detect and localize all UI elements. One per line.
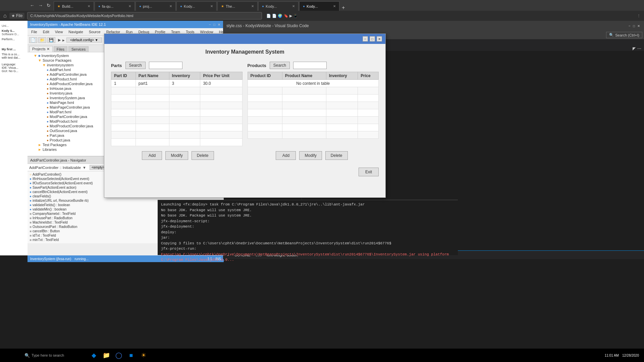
- exit-button[interactable]: Exit: [359, 168, 379, 176]
- parts-table: Part ID Part Name Inventory Price Per Un…: [111, 72, 243, 146]
- table-row[interactable]: [248, 95, 379, 102]
- netbeans-close-btn[interactable]: ✕: [217, 23, 221, 26]
- table-row[interactable]: [111, 124, 243, 131]
- nb-menu-view[interactable]: View: [53, 29, 65, 35]
- taskbar-netbeans-btn[interactable]: ☀: [138, 350, 149, 361]
- blog-uni-label: Uni...: [2, 24, 26, 27]
- taskbar-edge-btn[interactable]: ◆: [89, 350, 99, 361]
- products-add-button[interactable]: Add: [276, 151, 296, 160]
- taskbar-vscode-btn[interactable]: ■: [126, 350, 137, 361]
- tree-label: AddProductController.java: [50, 82, 93, 86]
- browser-tab-kody3[interactable]: ● Kody... ✕: [299, 1, 339, 11]
- table-row[interactable]: [111, 102, 243, 109]
- project-icon: ■: [38, 54, 41, 58]
- table-row[interactable]: [111, 117, 243, 124]
- nb-menu-edit[interactable]: Edit: [41, 29, 51, 35]
- table-row[interactable]: [111, 131, 243, 139]
- tab-close-proj[interactable]: ✕: [169, 4, 172, 8]
- console-line-7: jar:: [161, 235, 454, 241]
- nb-menu-file[interactable]: File: [29, 29, 39, 35]
- parts-search-button[interactable]: Search: [125, 62, 146, 69]
- products-search-button[interactable]: Search: [270, 62, 290, 69]
- forward-btn[interactable]: →: [37, 2, 44, 9]
- modal-maximize-btn[interactable]: □: [370, 36, 375, 42]
- taskbar-search-btn[interactable]: 🔍 Type here to search: [14, 350, 74, 361]
- vscode-minimize-btn[interactable]: −: [628, 24, 631, 28]
- taskbar-chrome-btn[interactable]: ◯: [113, 350, 124, 361]
- table-row[interactable]: [111, 139, 243, 146]
- table-row[interactable]: [248, 102, 379, 109]
- vscode-close-btn[interactable]: ✕: [637, 24, 641, 28]
- refresh-btn[interactable]: ↻: [45, 2, 52, 9]
- browser-tab-the[interactable]: ★ The... ✕: [217, 1, 258, 11]
- cell-part-price: 30.0: [200, 80, 242, 87]
- modal-minimize-btn[interactable]: −: [363, 36, 368, 42]
- nb-menu-source[interactable]: Source: [87, 29, 103, 35]
- browser-tab-proj[interactable]: ● proj... ✕: [136, 1, 176, 11]
- nb-toolbar-config-dropdown[interactable]: <default.config> ▼: [66, 38, 102, 43]
- browser-menu-icon[interactable]: ⋮: [637, 14, 641, 18]
- tab-close-kody1[interactable]: ✕: [210, 4, 213, 8]
- taskbar-start-btn[interactable]: ✺: [2, 350, 12, 361]
- more-actions-icon[interactable]: ⋯: [637, 46, 641, 51]
- back-btn[interactable]: ←: [29, 2, 36, 9]
- nb-menu-navigate[interactable]: Navigate: [66, 29, 85, 35]
- table-row[interactable]: [248, 131, 379, 139]
- parts-add-button[interactable]: Add: [142, 151, 162, 160]
- table-row[interactable]: [111, 95, 243, 102]
- products-delete-button[interactable]: Delete: [325, 151, 348, 160]
- tab-close-kody3[interactable]: ✕: [333, 4, 336, 8]
- nav-item-label: MachineIdtxt : TextField: [33, 221, 68, 224]
- vscode-maximize-btn[interactable]: □: [632, 24, 636, 28]
- tab-close-kody2[interactable]: ✕: [292, 4, 295, 8]
- nb-toolbar-debug-btn[interactable]: ►: [62, 38, 65, 42]
- browser-tab-kody2[interactable]: ● Kody... ✕: [258, 1, 299, 11]
- table-row[interactable]: No content in table: [248, 80, 379, 87]
- vscode-search-bar[interactable]: 🔍 Search (Ctrl+I): [606, 32, 642, 38]
- nb-toolbar-build-btn[interactable]: ▶: [58, 38, 61, 42]
- split-editor-icon[interactable]: ◤: [633, 46, 636, 51]
- table-row[interactable]: 1 part1 3 30.0: [111, 80, 243, 87]
- netbeans-maximize-btn[interactable]: □: [213, 23, 216, 26]
- console-line-2: No base JDK. Package will use system JRE…: [161, 207, 454, 213]
- nb-toolbar-save-btn[interactable]: 💾: [47, 37, 55, 43]
- fxml-icon: ●: [47, 101, 49, 105]
- table-row[interactable]: [248, 87, 379, 95]
- nb-toolbar-new-btn[interactable]: 📄: [29, 37, 37, 43]
- col-product-inventory: Inventory: [326, 72, 358, 80]
- blog-kody-label: Kody S...: [2, 29, 26, 33]
- address-input[interactable]: [27, 12, 262, 19]
- parts-modify-button[interactable]: Modify: [165, 151, 188, 160]
- modal-close-btn[interactable]: ✕: [377, 36, 382, 42]
- tab-close-build[interactable]: ✕: [88, 4, 90, 8]
- table-row[interactable]: [111, 109, 243, 117]
- nb-toolbar-open-btn[interactable]: 📁: [38, 37, 46, 43]
- products-modify-button[interactable]: Modify: [299, 151, 322, 160]
- nav-item-label: AddPartController(): [33, 173, 61, 176]
- table-row[interactable]: [248, 117, 379, 124]
- blog-software-label: Software D...: [2, 33, 26, 36]
- parts-delete-button[interactable]: Delete: [192, 151, 214, 160]
- nb-tab-services[interactable]: Services: [68, 46, 89, 52]
- bookmark-icon[interactable]: ★ File: [9, 13, 25, 19]
- taskbar-folder-btn[interactable]: 📁: [101, 350, 112, 361]
- blog-gui-label: GUI: No G...: [2, 69, 26, 73]
- table-row[interactable]: [111, 87, 243, 95]
- parts-search-input[interactable]: [149, 62, 182, 69]
- browser-tab-faq[interactable]: ● fa-qu... ✕: [95, 1, 135, 11]
- products-search-input[interactable]: [293, 62, 327, 69]
- tab-close-faq[interactable]: ✕: [128, 4, 131, 8]
- taskbar-task-view-btn[interactable]: ☷: [76, 350, 87, 361]
- nb-tab-files[interactable]: Files: [54, 46, 67, 52]
- nb-nav-dropdown-arrow[interactable]: ▼: [83, 166, 86, 170]
- java-icon: ●: [47, 115, 49, 119]
- browser-tab-kody1[interactable]: ● Kody... ✕: [176, 1, 217, 11]
- browser-tab-build[interactable]: ★ Build... ✕: [54, 1, 94, 11]
- netbeans-minimize-btn[interactable]: −: [208, 23, 212, 26]
- table-row[interactable]: [248, 124, 379, 131]
- nb-tab-projects[interactable]: Projects ✕: [29, 46, 53, 52]
- tab-close-the[interactable]: ✕: [251, 4, 254, 8]
- col-part-name: Part Name: [136, 72, 169, 80]
- new-tab-btn[interactable]: +: [342, 5, 345, 11]
- table-row[interactable]: [248, 109, 379, 117]
